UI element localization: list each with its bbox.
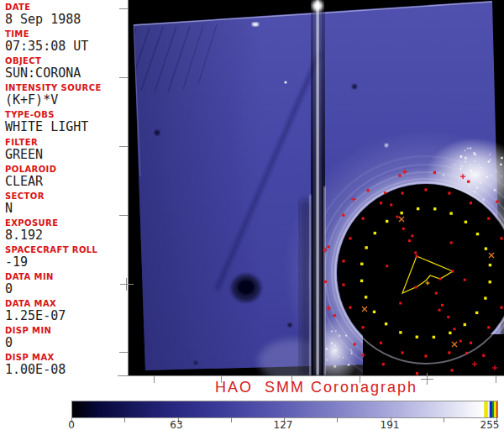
roll-axis-mark [465, 352, 468, 354]
metadata-field-disp-min: DISP MIN0 [5, 326, 127, 349]
speckle [480, 167, 482, 169]
speckle [470, 147, 472, 149]
metadata-field-exposure: EXPOSURE8.192 [5, 218, 127, 242]
intensity-colorbar [71, 401, 498, 418]
speckle [496, 170, 497, 172]
speckle [335, 349, 337, 351]
limb-yellow-ring-mark [374, 232, 376, 234]
speckle [327, 359, 328, 361]
left-axis-tick [119, 8, 128, 9]
speckle [479, 181, 481, 184]
speckle [326, 348, 328, 349]
speckle [474, 160, 475, 161]
speckle [345, 334, 347, 336]
speckle [348, 364, 350, 366]
speckle [485, 196, 486, 197]
metadata-field-type-obs: TYPE-OBSWHITE LIGHT [5, 110, 127, 134]
left-axis-line [128, 0, 129, 376]
field-value: 8.192 [5, 228, 127, 242]
field-value: 0 [5, 336, 127, 349]
roll-axis-mark [414, 251, 417, 254]
colorbar-label: 255 [480, 419, 500, 430]
limb-yellow-ring-mark [416, 336, 418, 338]
metadata-field-sector: SECTORN [5, 191, 127, 215]
outer-red-ring-mark [342, 214, 344, 217]
limb-yellow-ring-mark [475, 312, 478, 314]
limb-yellow-ring-mark [464, 323, 466, 326]
speckle [335, 330, 337, 332]
speckle [486, 176, 489, 178]
metadata-field-spacecraft-roll: SPACECRAFT ROLL-19 [5, 245, 127, 269]
limb-yellow-ring-mark [465, 221, 467, 223]
polygon-vertex-dot [452, 270, 454, 273]
speckle [338, 355, 339, 357]
limb-yellow-ring-mark [365, 246, 367, 249]
speckle [493, 189, 496, 191]
speckle [351, 353, 353, 354]
field-label: INTENSITY SOURCE [5, 83, 127, 92]
roll-axis-mark [408, 239, 411, 242]
mid-red-ring-mark [402, 191, 404, 194]
mid-red-ring-mark [342, 283, 344, 286]
mid-red-ring-mark [470, 202, 472, 204]
inner-red-ring-mark [438, 309, 441, 312]
limb-yellow-ring-mark [373, 311, 375, 313]
inner-red-ring-mark [464, 279, 466, 281]
field-value: N [5, 202, 127, 215]
colorbar-label: 191 [381, 419, 400, 430]
field-value: WHITE LIGHT [5, 120, 127, 134]
metadata-field-object: OBJECTSUN:CORONA [5, 56, 127, 80]
pylon-bright-tip [312, 1, 323, 12]
speckle [469, 186, 470, 188]
field-value: 1.00E-08 [5, 363, 127, 376]
mid-red-ring-mark [349, 237, 351, 239]
field-value: CLEAR [5, 175, 127, 188]
limb-yellow-ring-mark [449, 332, 451, 334]
speckle [482, 198, 485, 201]
field-label: DATE [5, 3, 127, 12]
limb-yellow-ring-mark [433, 336, 435, 338]
speckle [500, 163, 502, 165]
speckle [467, 148, 469, 149]
field-label: DATA MAX [5, 299, 127, 308]
outer-red-ring-mark [354, 343, 356, 345]
speckle [333, 365, 336, 368]
mid-red-ring-mark [424, 188, 427, 191]
field-label: TIME [5, 29, 127, 39]
limb-yellow-ring-mark [433, 207, 436, 210]
roll-axis-mark [454, 328, 456, 330]
speckle [443, 174, 445, 176]
mid-red-ring-mark [500, 307, 502, 309]
colorbar-tick [444, 417, 444, 422]
colorbar-label: 127 [274, 419, 293, 430]
roll-axis-mark [447, 316, 449, 318]
mid-red-ring-mark [362, 326, 365, 328]
metadata-field-data-max: DATA MAX1.25E-07 [5, 299, 127, 322]
metadata-field-date: DATE8 Sep 1988 [5, 3, 127, 26]
speckle [476, 186, 478, 188]
speckle [342, 357, 344, 359]
roll-axis-mark [384, 191, 386, 194]
roll-axis-mark [402, 228, 405, 230]
roll-axis-mark [459, 340, 462, 343]
limb-yellow-ring-mark [449, 212, 452, 214]
mid-red-ring-mark [349, 307, 351, 309]
roll-axis-mark [441, 304, 444, 307]
speckle [462, 165, 463, 166]
speckle [454, 164, 454, 165]
metadata-field-disp-max: DISP MAX1.00E-08 [5, 353, 127, 376]
left-axis-tick [119, 77, 128, 78]
speckle [488, 160, 491, 163]
mid-red-ring-mark [424, 354, 427, 357]
field-label: TYPE-OBS [5, 110, 127, 119]
limb-yellow-ring-mark [360, 263, 363, 265]
limb-yellow-ring-mark [485, 247, 487, 249]
speckle [460, 167, 462, 169]
colorbar-tick [337, 417, 338, 422]
polygon-vertex-dot [415, 286, 417, 289]
field-value: (K+F)*V [5, 93, 127, 107]
metadata-field-polaroid: POLAROIDCLEAR [5, 165, 127, 188]
limb-yellow-ring-mark [417, 207, 419, 210]
left-axis-tick [119, 146, 128, 147]
metadata-field-intensity-source: INTENSITY SOURCE(K+F)*V [5, 83, 127, 107]
